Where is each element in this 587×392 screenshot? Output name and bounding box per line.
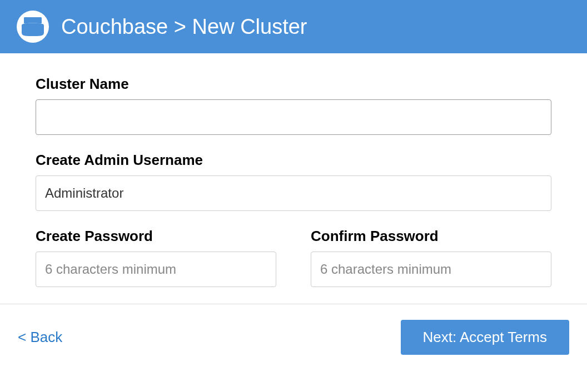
admin-username-group: Create Admin Username	[36, 152, 551, 211]
header: Couchbase > New Cluster	[0, 0, 587, 53]
confirm-password-label: Confirm Password	[311, 228, 551, 245]
page-title: Couchbase > New Cluster	[61, 15, 307, 39]
cluster-name-input[interactable]	[36, 99, 551, 135]
password-row: Create Password Confirm Password	[36, 228, 551, 287]
next-button[interactable]: Next: Accept Terms	[401, 320, 570, 355]
create-password-input[interactable]	[36, 252, 276, 287]
couchbase-logo-icon	[17, 11, 49, 43]
confirm-password-input[interactable]	[311, 252, 551, 287]
create-password-label: Create Password	[36, 228, 276, 245]
cluster-name-label: Cluster Name	[36, 76, 551, 93]
admin-username-input[interactable]	[36, 175, 551, 211]
back-link[interactable]: < Back	[18, 329, 62, 346]
confirm-password-group: Confirm Password	[311, 228, 551, 287]
form-container: Cluster Name Create Admin Username Creat…	[0, 53, 587, 304]
admin-username-label: Create Admin Username	[36, 152, 551, 169]
create-password-group: Create Password	[36, 228, 276, 287]
footer: < Back Next: Accept Terms	[0, 304, 587, 370]
cluster-name-group: Cluster Name	[36, 76, 551, 135]
